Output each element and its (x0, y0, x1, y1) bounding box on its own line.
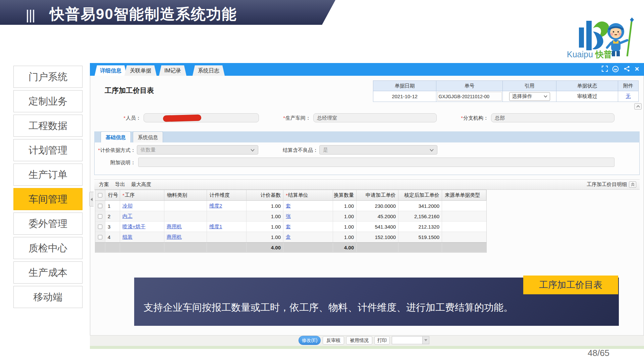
info-header-date: 单据日期 (373, 81, 436, 91)
document-status: 审核通过 (556, 91, 618, 102)
sidebar-item-plan-management[interactable]: 计划管理 (13, 139, 83, 161)
row-checkbox[interactable] (98, 225, 102, 229)
close-icon[interactable]: × (633, 66, 641, 73)
chevron-down-icon (251, 149, 255, 152)
attachment-link[interactable]: 无 (626, 93, 631, 100)
col-source-doc-type: 来源单单据类型 (442, 190, 486, 201)
sidebar-item-production-order[interactable]: 生产订单 (13, 164, 83, 186)
footer-dropdown[interactable] (392, 336, 429, 344)
total-pricing-base: 4.00 (247, 243, 283, 252)
branch-label: *分支机构： (442, 115, 488, 121)
col-material-category: 物料类别 (164, 190, 207, 201)
document-number-cell: GXJGJGB-20211012-00 (436, 91, 503, 102)
cell-approved-price: 2,156.2160 (398, 211, 442, 222)
select-all-checkbox[interactable] (98, 193, 102, 197)
reference-cell: 选择操作 (503, 91, 556, 102)
sidebar-item-custom-business[interactable]: 定制业务 (13, 90, 83, 112)
cell-applied-price: 45.2000 (357, 211, 398, 222)
grid-row-2: 2 内工 1.00 张 1.00 45.2000 2,156.2160 (95, 211, 486, 222)
material-link[interactable]: 商用机 (167, 224, 182, 230)
col-applied-price: 申请加工单价 (357, 190, 398, 201)
subtab-basic-info[interactable]: 基础信息 (101, 131, 131, 142)
process-link[interactable]: 组装 (122, 234, 132, 240)
sidebar-collapse-handle[interactable] (89, 192, 94, 206)
toolbar-scheme-link[interactable]: 方案 (99, 181, 109, 188)
info-header-attachment: 附件 (618, 81, 638, 91)
sidebar-item-mobile[interactable]: 移动端 (13, 286, 83, 308)
required-mark: * (283, 115, 285, 121)
tab-im-records[interactable]: IM记录 (159, 65, 186, 76)
left-arrow-icon (91, 198, 93, 201)
person-input[interactable] (144, 113, 259, 122)
cell-conversion-qty: 1.00 (333, 201, 357, 211)
sidebar-item-production-cost[interactable]: 生产成本 (13, 261, 83, 284)
cell-applied-price: 152.1000 (357, 232, 398, 242)
include-defect-label: 结算含不良品： (276, 147, 318, 154)
material-link[interactable]: 商用机 (167, 234, 182, 240)
cell-approved-price: 519.1500 (398, 232, 442, 242)
usage-button[interactable]: 被用情况 (346, 336, 372, 345)
subtab-system-info[interactable]: 系统信息 (133, 131, 163, 142)
chevron-up-icon (636, 105, 640, 108)
dimension-link[interactable]: 维度1 (209, 224, 222, 230)
row-checkbox[interactable] (98, 214, 102, 219)
sidebar-item-qc-center[interactable]: 质检中心 (13, 237, 83, 259)
col-pricing-base: 计价基数 (247, 190, 283, 201)
im-icon-text: IM (614, 68, 617, 71)
toolbar-max-height-link[interactable]: 最大高度 (131, 181, 151, 188)
toolbar-export-link[interactable]: 导出 (115, 181, 125, 188)
fullscreen-icon[interactable] (601, 66, 608, 73)
sidebar-item-portal[interactable]: 门户系统 (13, 66, 83, 88)
tab-related-documents[interactable]: 关联单据 (124, 65, 157, 76)
unit-link[interactable]: 盒 (286, 234, 291, 240)
pricing-basis-select[interactable]: 依数量 (137, 145, 258, 155)
unapprove-button[interactable]: 反审核 (323, 336, 344, 345)
cell-pricing-base: 1.00 (247, 201, 283, 211)
dropdown-arrow-icon (422, 337, 429, 344)
slide-header: 快普易90智能制造系统功能 (0, 0, 335, 25)
note-textarea[interactable] (138, 158, 614, 167)
slide-title: 快普易90智能制造系统功能 (50, 4, 237, 24)
cell-pricing-base: 1.00 (247, 222, 283, 232)
info-header-row: 单据日期 单号 引用 单据状态 附件 (373, 81, 638, 91)
row-checkbox[interactable] (98, 204, 102, 208)
pricing-basis-value: 依数量 (141, 147, 156, 153)
process-link[interactable]: 冷却 (122, 203, 132, 209)
header-collapse-button[interactable] (634, 103, 642, 110)
modify-button[interactable]: 修改(E) (299, 336, 321, 345)
print-button[interactable]: 打印 (374, 336, 390, 345)
im-icon[interactable]: IM (612, 66, 619, 73)
unit-link[interactable]: 套 (286, 224, 291, 230)
grid-collapse-button[interactable] (629, 181, 636, 188)
include-defect-select[interactable]: 是 (319, 145, 437, 155)
sidebar-item-engineering-data[interactable]: 工程数据 (13, 115, 83, 137)
col-piece-dimension: 计件维度 (207, 190, 247, 201)
cell-conversion-qty: 1.00 (333, 222, 357, 232)
cell-source-type (442, 222, 486, 232)
redaction-mark (163, 115, 201, 122)
workshop-label: *生产车间： (261, 115, 311, 121)
unit-link[interactable]: 张 (286, 213, 291, 220)
reference-select[interactable]: 选择操作 (509, 92, 550, 101)
grid-toolbar: 方案 导出 最大高度 工序加工价目明细 (94, 179, 640, 190)
tab-system-log[interactable]: 系统日志 (193, 65, 225, 76)
row-checkbox[interactable] (98, 235, 102, 239)
sidebar-item-workshop-management[interactable]: 车间管理 (13, 188, 83, 210)
col-conversion-qty: 换算数量 (333, 190, 357, 201)
share-icon[interactable] (623, 66, 631, 73)
triple-bars-icon (27, 10, 34, 22)
note-label: 附加说明： (101, 160, 136, 166)
unit-link[interactable]: 套 (286, 203, 291, 209)
branch-input[interactable]: 总部 (491, 113, 614, 122)
sidebar-item-outsourcing[interactable]: 委外管理 (13, 213, 83, 235)
process-price-grid: 行号 *工序 物料类别 计件维度 计价基数 *结算单位 换算数量 申请加工单价 … (95, 190, 487, 253)
process-link[interactable]: 喷漆+烘干 (122, 224, 146, 230)
info-value-row: 2021-10-12 GXJGJGB-20211012-00 选择操作 审核通过… (373, 91, 638, 102)
workshop-input[interactable]: 总经理室 (313, 113, 437, 122)
tab-detail-info[interactable]: 详细信息 (95, 65, 127, 76)
col-row-no: 行号 (105, 190, 120, 201)
process-link[interactable]: 内工 (122, 213, 132, 220)
dimension-link[interactable]: 维度2 (209, 203, 222, 209)
chevron-down-icon (430, 149, 434, 152)
info-header-status: 单据状态 (556, 81, 618, 91)
